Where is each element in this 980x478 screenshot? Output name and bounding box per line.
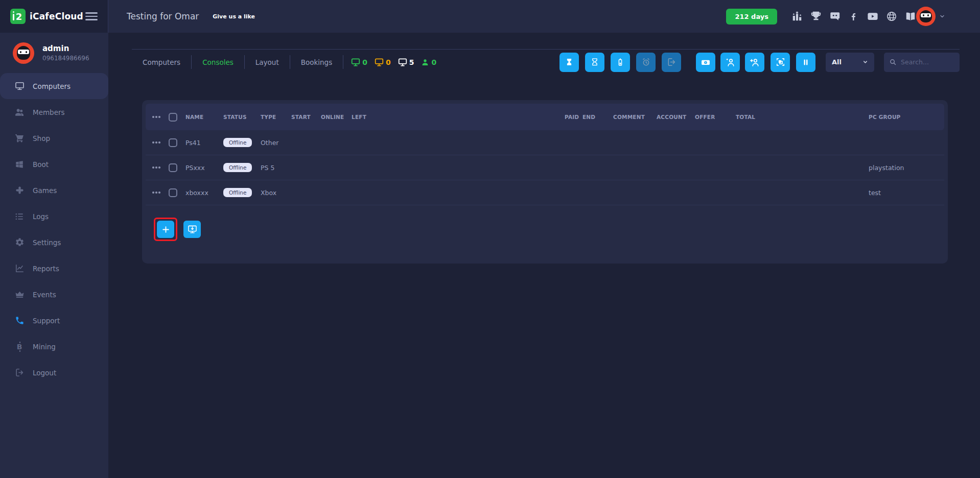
counter-online: 0 (351, 58, 367, 66)
consoles-table-card: NAME STATUS TYPE START ONLINE LEFT PAID … (142, 100, 948, 264)
monitor-icon (375, 58, 384, 66)
discord-icon[interactable] (829, 11, 841, 22)
row-checkbox[interactable] (169, 188, 177, 197)
sidebar-item-boot[interactable]: Boot (0, 151, 108, 177)
ranking-icon[interactable] (791, 11, 803, 22)
cell-type: PS 5 (261, 164, 291, 172)
user-star-icon (725, 57, 735, 67)
pause-icon (801, 58, 810, 67)
search-input[interactable] (901, 58, 954, 66)
avatar (916, 7, 936, 26)
chart-icon (14, 264, 25, 273)
checkout-button[interactable] (662, 53, 681, 72)
sidebar-item-support[interactable]: Support (0, 307, 108, 333)
row-checkbox[interactable] (169, 163, 177, 172)
counter-busy: 0 (375, 58, 391, 66)
pc-group-filter-select[interactable]: All (826, 53, 874, 72)
screenshot-button[interactable] (771, 53, 790, 72)
column-header-left: LEFT (352, 114, 565, 120)
sidebar-item-logout[interactable]: Logout (0, 360, 108, 386)
row-menu-button[interactable] (152, 166, 169, 169)
sidebar-item-label: Members (33, 108, 65, 116)
youtube-icon[interactable] (867, 11, 878, 22)
cell-name: Ps41 (185, 139, 223, 147)
status-badge: Offline (223, 188, 252, 197)
gear-icon (14, 237, 25, 247)
sidebar-item-events[interactable]: Events (0, 281, 108, 307)
list-icon (14, 212, 25, 221)
member-add-button[interactable] (745, 53, 764, 72)
battery-button[interactable] (611, 53, 630, 72)
hourglass-filled-icon (565, 58, 574, 67)
header-main: Testing for Omar Give us a like 212 days (108, 0, 980, 33)
table-footer-actions (154, 218, 944, 241)
install-client-button[interactable] (183, 221, 201, 238)
select-all-checkbox[interactable] (169, 113, 177, 122)
cell-status: Offline (223, 138, 261, 147)
row-menu-button[interactable] (152, 141, 169, 144)
sidebar-item-reports[interactable]: Reports (0, 255, 108, 281)
column-header-start: START (291, 114, 321, 120)
cell-status: Offline (223, 163, 261, 172)
sidebar-toggle-button[interactable] (85, 12, 98, 20)
row-menu-button[interactable] (152, 192, 169, 194)
user-name: admin (42, 44, 89, 53)
main-content: Computers Consoles Layout Bookings 0 0 (108, 33, 980, 478)
facebook-icon[interactable] (848, 11, 859, 22)
sidebar: admin 096184986696 Computers Members Sho… (0, 33, 108, 478)
money-button[interactable] (696, 53, 715, 72)
header-links (791, 11, 916, 22)
sidebar-item-label: Settings (33, 238, 61, 247)
monitor-icon (398, 58, 407, 66)
license-days-badge[interactable]: 212 days (726, 9, 777, 25)
row-checkbox[interactable] (169, 138, 177, 147)
chevron-down-icon (939, 13, 945, 19)
windows-icon (14, 160, 25, 169)
sidebar-item-games[interactable]: Games (0, 177, 108, 203)
monitor-icon (351, 58, 360, 66)
avatar (13, 42, 34, 64)
search-icon (889, 58, 897, 66)
sidebar-item-label: Events (33, 291, 56, 299)
tab-computers[interactable]: Computers (132, 58, 191, 66)
sidebar-item-mining[interactable]: B Mining (0, 333, 108, 360)
bitcoin-icon: B (14, 343, 25, 350)
guide-icon[interactable] (905, 11, 916, 22)
hourglass-outline-button[interactable] (585, 53, 604, 72)
alarm-button[interactable] (636, 53, 656, 72)
toolbar-actions: All (559, 53, 960, 72)
column-header-online: ONLINE (321, 114, 352, 120)
sidebar-item-logs[interactable]: Logs (0, 203, 108, 229)
hourglass-outline-icon (590, 58, 599, 67)
tab-layout[interactable]: Layout (245, 58, 290, 66)
sidebar-item-shop[interactable]: Shop (0, 125, 108, 151)
tab-bookings[interactable]: Bookings (290, 58, 343, 66)
table-row: xboxxx Offline Xbox test (146, 180, 944, 205)
give-us-a-like-link[interactable]: Give us a like (213, 13, 255, 20)
cell-pc-group: playstation (869, 164, 944, 172)
sidebar-item-members[interactable]: Members (0, 99, 108, 125)
sidebar-item-label: Games (33, 186, 57, 195)
cart-icon (14, 133, 25, 143)
trophy-icon[interactable] (810, 11, 822, 22)
users-icon (14, 107, 25, 117)
sidebar-item-label: Mining (33, 343, 56, 351)
status-counters: 0 0 5 0 (351, 58, 436, 66)
sidebar-item-computers[interactable]: Computers (0, 73, 108, 99)
member-star-button[interactable] (720, 53, 740, 72)
add-console-button[interactable] (157, 221, 174, 238)
sidebar-item-settings[interactable]: Settings (0, 229, 108, 255)
sidebar-item-label: Logs (33, 212, 49, 221)
brand-logo-icon[interactable]: 2 (10, 9, 26, 24)
gamepad-icon (14, 186, 25, 195)
column-header-type: TYPE (261, 114, 291, 120)
tab-consoles[interactable]: Consoles (192, 58, 244, 66)
sidebar-item-label: Support (33, 317, 60, 325)
globe-icon[interactable] (886, 11, 897, 22)
pause-button[interactable] (796, 53, 815, 72)
cafe-title: Testing for Omar (127, 11, 199, 21)
table-row: Ps41 Offline Other (146, 130, 944, 155)
sidebar-item-label: Computers (33, 82, 71, 90)
hourglass-filled-button[interactable] (559, 53, 579, 72)
user-menu[interactable] (916, 7, 945, 26)
